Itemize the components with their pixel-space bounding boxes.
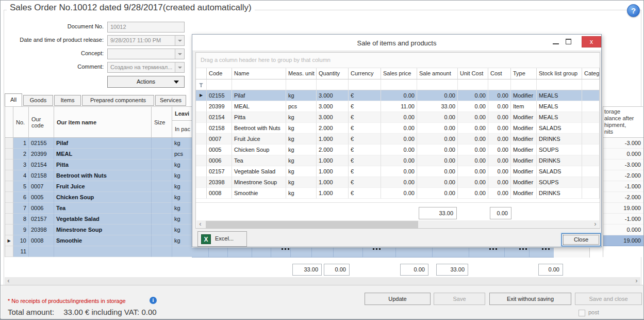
cell-unit_cost[interactable]: 0.00 — [458, 188, 488, 199]
excel-export-button[interactable]: X Excel... — [197, 231, 247, 247]
maximize-icon[interactable] — [566, 39, 571, 44]
cell-sales_price[interactable]: 0.00 — [381, 155, 417, 166]
cell-type[interactable]: Modifier — [511, 123, 537, 134]
tab-prepared-components[interactable]: Prepared components — [82, 95, 154, 106]
cell-currency[interactable]: € — [349, 101, 381, 112]
cell-unit_cost[interactable]: 0.00 — [458, 177, 488, 188]
table-row[interactable]: 802157Vegetable Saladkg — [5, 214, 192, 225]
cell-sale_amount[interactable]: 0.00 — [417, 145, 458, 155]
cell-code[interactable]: 02155 — [207, 90, 232, 101]
col-header-type[interactable]: Type — [511, 68, 537, 79]
cell-code[interactable]: 0007 — [207, 134, 232, 145]
cell-currency[interactable]: € — [349, 134, 381, 145]
cell-sale_amount[interactable]: 0.00 — [417, 188, 458, 199]
cell-sale_amount[interactable]: 0.00 — [417, 166, 458, 177]
release-datetime-field[interactable]: 9/28/2017 11:00 PM — [107, 35, 185, 46]
cell-name[interactable]: Tea — [232, 155, 286, 166]
cell-cost[interactable]: 0.00 — [488, 155, 511, 166]
row-indicator[interactable] — [196, 112, 207, 123]
cell-group[interactable]: DRINKS — [537, 134, 582, 145]
actions-button[interactable]: Actions — [107, 76, 185, 88]
cell-cost[interactable]: 0.00 — [488, 123, 511, 134]
cell-unit[interactable]: kg — [286, 166, 317, 177]
cell-qty[interactable]: 1.000 — [317, 177, 349, 188]
cell-sales_price[interactable]: 0.00 — [381, 112, 417, 123]
minimize-icon[interactable] — [553, 43, 559, 44]
cell-group[interactable]: SOUPS — [537, 145, 582, 155]
cell-extra[interactable] — [582, 155, 600, 166]
table-row[interactable]: 102155Pilafkg — [5, 138, 192, 149]
cell-type[interactable]: Modifier — [511, 177, 537, 188]
table-row[interactable]: 11 — [5, 246, 192, 257]
filter-cell[interactable] — [511, 79, 537, 90]
row-indicator[interactable] — [196, 155, 207, 166]
selected-row-pointer-icon[interactable]: ▶ — [196, 90, 207, 101]
cell-type[interactable]: Modifier — [511, 90, 537, 101]
table-row[interactable]: 60005Chicken Soupkg — [5, 192, 192, 203]
table-row[interactable]: 70006Teakg — [5, 203, 192, 214]
cell-name[interactable]: MEAL — [232, 101, 286, 112]
cell-cost[interactable]: 0.00 — [488, 177, 511, 188]
cell-sales_price[interactable]: 0.00 — [381, 188, 417, 199]
filter-cell[interactable] — [458, 79, 488, 90]
cell-sale_amount[interactable]: 0.00 — [417, 155, 458, 166]
cell-type[interactable]: Modifier — [511, 188, 537, 199]
col-header-size[interactable]: Size — [152, 107, 172, 138]
row-indicator[interactable] — [196, 177, 207, 188]
cell-currency[interactable]: € — [349, 166, 381, 177]
col-header-cost[interactable]: Cost — [488, 68, 511, 79]
cell-type[interactable]: Modifier — [511, 112, 537, 123]
cell-sales_price[interactable]: 0.00 — [381, 90, 417, 101]
document-no-field[interactable]: 10012 — [107, 22, 185, 33]
cell-unit[interactable]: kg — [286, 177, 317, 188]
cell-group[interactable]: MEALS — [537, 101, 582, 112]
cell-unit[interactable]: kg — [286, 134, 317, 145]
cell-qty[interactable]: 1.000 — [317, 155, 349, 166]
dialog-title-bar[interactable]: Sale of items and products x — [192, 35, 601, 51]
cell-extra[interactable] — [582, 145, 600, 155]
col-header-in-pack[interactable]: In pac — [172, 121, 192, 138]
tab-items[interactable]: Items — [54, 95, 81, 106]
concept-dropdown[interactable] — [175, 49, 184, 59]
cell-unit_cost[interactable]: 0.00 — [458, 112, 488, 123]
cell-group[interactable]: MEALS — [537, 112, 582, 123]
cell-qty[interactable]: 3.000 — [317, 101, 349, 112]
help-icon[interactable]: ? — [627, 4, 640, 17]
cell-type[interactable]: Modifier — [511, 155, 537, 166]
filter-cell[interactable] — [286, 79, 317, 90]
close-icon[interactable]: x — [582, 36, 601, 47]
filter-cell[interactable] — [417, 79, 458, 90]
concept-field[interactable] — [107, 49, 185, 59]
cell-unit_cost[interactable]: 0.00 — [458, 90, 488, 101]
cell-name[interactable]: Beetroot with Nuts — [232, 123, 286, 134]
cell-name[interactable]: Minestrone Soup — [232, 177, 286, 188]
cell-name[interactable]: Vegetable Salad — [232, 166, 286, 177]
row-indicator[interactable] — [196, 145, 207, 155]
cell-extra[interactable] — [582, 123, 600, 134]
close-button[interactable]: Close — [562, 233, 601, 246]
cell-code[interactable]: 02154 — [207, 112, 232, 123]
cell-sale_amount[interactable]: 0.00 — [417, 123, 458, 134]
cell-currency[interactable]: € — [349, 145, 381, 155]
cell-currency[interactable]: € — [349, 155, 381, 166]
release-datetime-dropdown[interactable] — [175, 36, 184, 45]
filter-cell[interactable] — [232, 79, 286, 90]
cell-group[interactable]: SOUPS — [537, 177, 582, 188]
cell-code[interactable]: 0005 — [207, 145, 232, 155]
cell-cost[interactable]: 0.00 — [488, 134, 511, 145]
cell-sales_price[interactable]: 0.00 — [381, 145, 417, 155]
cell-unit_cost[interactable]: 0.00 — [458, 155, 488, 166]
cell-sales_price[interactable]: 0.00 — [381, 123, 417, 134]
col-header-unit-cost[interactable]: Unit Cost — [458, 68, 488, 79]
cell-unit_cost[interactable]: 0.00 — [458, 145, 488, 155]
table-row[interactable]: 220399MEALpcs — [5, 149, 192, 159]
update-button[interactable]: Update — [365, 293, 431, 305]
dialog-horizontal-scrollbar[interactable]: ‹ › — [196, 220, 599, 229]
tab-all[interactable]: All — [5, 93, 22, 106]
cell-extra[interactable] — [582, 188, 600, 199]
row-indicator[interactable] — [196, 123, 207, 134]
cell-code[interactable]: 0006 — [207, 155, 232, 166]
tab-services[interactable]: Services — [155, 95, 186, 106]
cell-cost[interactable]: 0.00 — [488, 145, 511, 155]
cell-cost[interactable]: 0.00 — [488, 112, 511, 123]
